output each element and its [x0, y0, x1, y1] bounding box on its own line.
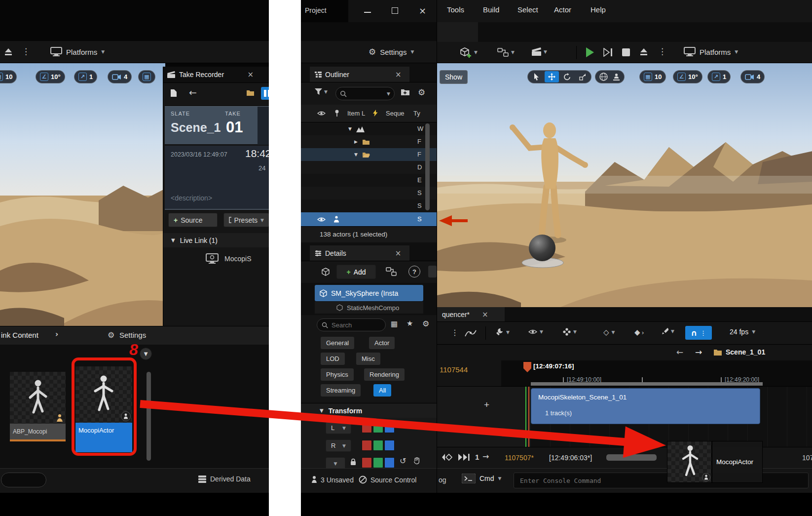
view-options-button[interactable]: ▼	[528, 329, 543, 335]
gear-icon[interactable]: ⚙	[422, 319, 429, 328]
menu-select[interactable]: Select	[517, 5, 538, 14]
transform-section-header[interactable]: ▼ Transform	[301, 403, 437, 418]
edit-options-button[interactable]: ▼	[662, 328, 674, 335]
scale-tool-button[interactable]	[575, 71, 590, 82]
surface-snap-icon[interactable]	[613, 73, 620, 81]
pin-icon[interactable]	[334, 110, 339, 117]
rotation-snap-badge[interactable]: ∠10°	[673, 70, 702, 83]
take-description-placeholder[interactable]: <description>	[171, 194, 212, 202]
window-title-tab[interactable]: Project	[301, 0, 348, 22]
y-value-field[interactable]	[373, 422, 383, 433]
column-item-label[interactable]: Item L	[347, 110, 365, 117]
menu-actor[interactable]: Actor	[554, 5, 571, 14]
slate-value[interactable]: Scene_1	[171, 120, 221, 135]
help-icon[interactable]: ?	[408, 266, 420, 278]
launch-eject-icon[interactable]	[4, 47, 13, 56]
stop-button[interactable]	[622, 48, 630, 56]
timeline-scrollbar[interactable]	[606, 454, 657, 461]
menu-help[interactable]: Help	[591, 5, 606, 14]
details-search-box[interactable]	[317, 318, 386, 331]
platforms-button[interactable]: Platforms ▼	[684, 47, 738, 57]
tree-row[interactable]: E	[301, 174, 437, 187]
grid-snap-badge[interactable]: ▦10	[639, 70, 666, 83]
grab-hand-icon[interactable]	[413, 457, 421, 465]
snap-magnet-button[interactable]: ∩ ⋮	[685, 326, 712, 340]
nav-forward-icon[interactable]: →	[695, 347, 702, 357]
x-value-field[interactable]	[362, 422, 372, 433]
tree-row[interactable]: S	[301, 199, 437, 212]
curve-editor-icon[interactable]	[465, 328, 477, 338]
rotation-dropdown[interactable]: R▼	[326, 439, 351, 452]
review-recording-button[interactable]	[261, 87, 269, 100]
asset-tile-mocopiactor[interactable]: MocopiActor	[75, 366, 132, 452]
scale-snap-badge[interactable]: ↗1	[707, 70, 731, 83]
filter-chip-rendering[interactable]: Rendering	[364, 368, 405, 381]
step-forward-icon[interactable]	[458, 453, 470, 461]
folder-icon[interactable]	[713, 349, 722, 356]
close-icon[interactable]: ×	[482, 310, 488, 319]
filter-chip-all[interactable]: All	[373, 384, 391, 397]
toolbar-overflow-dots[interactable]: ⋮	[22, 46, 30, 56]
grid-view-badge[interactable]: ▦	[138, 70, 155, 83]
show-button[interactable]: Show	[440, 70, 468, 84]
source-control-status[interactable]: Source Control	[370, 476, 416, 484]
cinematics-button[interactable]: ▼	[532, 47, 547, 56]
tree-row-folder-open[interactable]: ▼ F	[301, 148, 437, 161]
sequencer-tab[interactable]: quencer* ×	[437, 307, 505, 321]
camera-speed-badge[interactable]: 4	[108, 70, 132, 83]
collapse-chevron-button[interactable]: ▼	[140, 348, 152, 360]
x-value-field[interactable]	[362, 457, 372, 468]
platforms-button[interactable]: Platforms ▼	[50, 47, 105, 57]
current-frame[interactable]: 1107507*	[505, 454, 534, 462]
tree-row-folder[interactable]: ▶ F	[301, 135, 437, 148]
keyframe-options-button[interactable]: ▼	[563, 328, 577, 336]
sequence-start-frame[interactable]: 1107544	[440, 365, 468, 374]
menu-tools[interactable]: Tools	[447, 5, 464, 14]
x-value-field[interactable]	[362, 440, 372, 451]
clipped-button[interactable]	[428, 266, 437, 278]
unsaved-status[interactable]: 3 Unsaved	[321, 476, 354, 484]
new-take-icon[interactable]	[170, 89, 177, 97]
expanded-arrow-icon[interactable]: ▼	[354, 152, 358, 157]
blueprint-icon[interactable]	[386, 267, 397, 277]
tree-row-selected-actor[interactable]: S	[301, 212, 437, 226]
outliner-filter-button[interactable]: ▼	[315, 88, 328, 95]
prev-key-icon[interactable]	[442, 453, 453, 461]
viewport-tab[interactable]	[437, 22, 478, 42]
play-button[interactable]	[585, 47, 595, 58]
rotate-tool-button[interactable]	[560, 71, 574, 82]
eye-icon[interactable]	[317, 217, 326, 222]
timeline-ruler[interactable]: [12:49:07:16] [12:49:10:00] [12:49:20:00…	[501, 360, 812, 386]
add-component-button[interactable]: + Add	[336, 265, 376, 279]
frame-skip-button[interactable]	[603, 48, 613, 57]
menu-build[interactable]: Build	[483, 5, 499, 14]
gear-icon[interactable]: ⚙	[418, 87, 425, 97]
column-type-label[interactable]: Ty	[413, 110, 420, 117]
move-tool-button[interactable]	[545, 71, 559, 82]
blueprints-button[interactable]: ▼	[497, 47, 515, 57]
reset-undo-icon[interactable]: ↺	[400, 456, 406, 466]
scale-snap-badge[interactable]: ↗1	[74, 70, 97, 83]
grid-view-icon[interactable]: ▦	[391, 319, 398, 328]
breadcrumb[interactable]: ink Content	[1, 331, 38, 339]
live-link-section-header[interactable]: ▼ Live Link (1)	[163, 233, 269, 247]
tree-row-world[interactable]: ▼ W	[301, 122, 437, 135]
auto-key-button[interactable]: ◇▼	[603, 328, 615, 337]
z-value-field[interactable]	[384, 440, 395, 451]
tree-row[interactable]: D	[301, 161, 437, 174]
child-component-row[interactable]: StaticMeshCompo	[315, 302, 423, 314]
add-track-button[interactable]: +	[484, 399, 489, 410]
derived-data-status[interactable]: Derived Data	[198, 475, 251, 483]
lock-icon[interactable]	[350, 458, 356, 466]
presets-button[interactable]: Presets ▼	[223, 213, 269, 227]
asset-tile-abp-mocopi[interactable]: ABP_Mocopi	[10, 372, 66, 442]
console-command-input[interactable]	[514, 473, 809, 488]
select-tool-button[interactable]	[529, 71, 544, 82]
location-dropdown[interactable]: L▼	[326, 422, 351, 434]
key-interp-button[interactable]: ◆›	[634, 328, 644, 337]
minimize-button[interactable]	[364, 12, 371, 13]
mocopi-skeleton-track[interactable]: MocopiSkeleton_Scene_1_01 1 track(s)	[531, 388, 760, 424]
filter-chip-physics[interactable]: Physics	[321, 368, 354, 381]
close-icon[interactable]: ×	[395, 70, 402, 79]
tree-row[interactable]: S	[301, 187, 437, 199]
